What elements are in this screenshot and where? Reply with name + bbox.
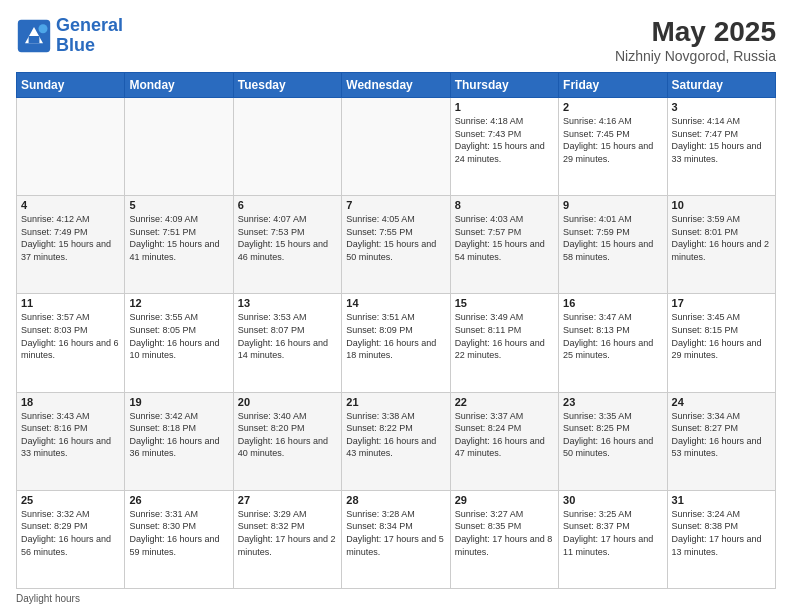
table-row: 17 Sunrise: 3:45 AMSunset: 8:15 PMDaylig… bbox=[667, 294, 775, 392]
logo-text: General Blue bbox=[56, 16, 123, 56]
day-info: Sunrise: 3:40 AMSunset: 8:20 PMDaylight:… bbox=[238, 410, 337, 460]
day-number: 2 bbox=[563, 101, 662, 113]
header: General Blue May 2025 Nizhniy Novgorod, … bbox=[16, 16, 776, 64]
day-info: Sunrise: 3:27 AMSunset: 8:35 PMDaylight:… bbox=[455, 508, 554, 558]
logo-line1: General bbox=[56, 15, 123, 35]
day-number: 13 bbox=[238, 297, 337, 309]
calendar-week-2: 4 Sunrise: 4:12 AMSunset: 7:49 PMDayligh… bbox=[17, 196, 776, 294]
day-info: Sunrise: 4:14 AMSunset: 7:47 PMDaylight:… bbox=[672, 115, 771, 165]
table-row: 8 Sunrise: 4:03 AMSunset: 7:57 PMDayligh… bbox=[450, 196, 558, 294]
day-number: 31 bbox=[672, 494, 771, 506]
day-number: 5 bbox=[129, 199, 228, 211]
table-row: 16 Sunrise: 3:47 AMSunset: 8:13 PMDaylig… bbox=[559, 294, 667, 392]
day-number: 18 bbox=[21, 396, 120, 408]
day-number: 17 bbox=[672, 297, 771, 309]
calendar-week-3: 11 Sunrise: 3:57 AMSunset: 8:03 PMDaylig… bbox=[17, 294, 776, 392]
table-row: 25 Sunrise: 3:32 AMSunset: 8:29 PMDaylig… bbox=[17, 490, 125, 588]
day-info: Sunrise: 3:59 AMSunset: 8:01 PMDaylight:… bbox=[672, 213, 771, 263]
table-row: 7 Sunrise: 4:05 AMSunset: 7:55 PMDayligh… bbox=[342, 196, 450, 294]
col-friday: Friday bbox=[559, 73, 667, 98]
day-info: Sunrise: 4:03 AMSunset: 7:57 PMDaylight:… bbox=[455, 213, 554, 263]
table-row: 14 Sunrise: 3:51 AMSunset: 8:09 PMDaylig… bbox=[342, 294, 450, 392]
table-row: 12 Sunrise: 3:55 AMSunset: 8:05 PMDaylig… bbox=[125, 294, 233, 392]
day-number: 28 bbox=[346, 494, 445, 506]
day-info: Sunrise: 3:31 AMSunset: 8:30 PMDaylight:… bbox=[129, 508, 228, 558]
table-row: 4 Sunrise: 4:12 AMSunset: 7:49 PMDayligh… bbox=[17, 196, 125, 294]
table-row: 30 Sunrise: 3:25 AMSunset: 8:37 PMDaylig… bbox=[559, 490, 667, 588]
table-row bbox=[233, 98, 341, 196]
day-number: 14 bbox=[346, 297, 445, 309]
table-row bbox=[125, 98, 233, 196]
day-info: Sunrise: 3:49 AMSunset: 8:11 PMDaylight:… bbox=[455, 311, 554, 361]
day-number: 8 bbox=[455, 199, 554, 211]
col-wednesday: Wednesday bbox=[342, 73, 450, 98]
table-row: 21 Sunrise: 3:38 AMSunset: 8:22 PMDaylig… bbox=[342, 392, 450, 490]
day-number: 30 bbox=[563, 494, 662, 506]
calendar-week-4: 18 Sunrise: 3:43 AMSunset: 8:16 PMDaylig… bbox=[17, 392, 776, 490]
location: Nizhniy Novgorod, Russia bbox=[615, 48, 776, 64]
table-row: 15 Sunrise: 3:49 AMSunset: 8:11 PMDaylig… bbox=[450, 294, 558, 392]
table-row: 9 Sunrise: 4:01 AMSunset: 7:59 PMDayligh… bbox=[559, 196, 667, 294]
day-number: 20 bbox=[238, 396, 337, 408]
table-row: 23 Sunrise: 3:35 AMSunset: 8:25 PMDaylig… bbox=[559, 392, 667, 490]
calendar-week-5: 25 Sunrise: 3:32 AMSunset: 8:29 PMDaylig… bbox=[17, 490, 776, 588]
day-info: Sunrise: 4:01 AMSunset: 7:59 PMDaylight:… bbox=[563, 213, 662, 263]
table-row: 6 Sunrise: 4:07 AMSunset: 7:53 PMDayligh… bbox=[233, 196, 341, 294]
day-info: Sunrise: 3:45 AMSunset: 8:15 PMDaylight:… bbox=[672, 311, 771, 361]
day-number: 6 bbox=[238, 199, 337, 211]
table-row: 5 Sunrise: 4:09 AMSunset: 7:51 PMDayligh… bbox=[125, 196, 233, 294]
day-number: 1 bbox=[455, 101, 554, 113]
day-number: 19 bbox=[129, 396, 228, 408]
title-block: May 2025 Nizhniy Novgorod, Russia bbox=[615, 16, 776, 64]
day-info: Sunrise: 3:24 AMSunset: 8:38 PMDaylight:… bbox=[672, 508, 771, 558]
table-row: 27 Sunrise: 3:29 AMSunset: 8:32 PMDaylig… bbox=[233, 490, 341, 588]
logo: General Blue bbox=[16, 16, 123, 56]
table-row: 13 Sunrise: 3:53 AMSunset: 8:07 PMDaylig… bbox=[233, 294, 341, 392]
month-title: May 2025 bbox=[615, 16, 776, 48]
day-number: 9 bbox=[563, 199, 662, 211]
col-monday: Monday bbox=[125, 73, 233, 98]
day-number: 24 bbox=[672, 396, 771, 408]
day-info: Sunrise: 3:37 AMSunset: 8:24 PMDaylight:… bbox=[455, 410, 554, 460]
day-info: Sunrise: 3:25 AMSunset: 8:37 PMDaylight:… bbox=[563, 508, 662, 558]
day-number: 7 bbox=[346, 199, 445, 211]
day-info: Sunrise: 3:53 AMSunset: 8:07 PMDaylight:… bbox=[238, 311, 337, 361]
table-row: 24 Sunrise: 3:34 AMSunset: 8:27 PMDaylig… bbox=[667, 392, 775, 490]
svg-point-3 bbox=[39, 24, 48, 33]
day-number: 12 bbox=[129, 297, 228, 309]
day-number: 3 bbox=[672, 101, 771, 113]
day-info: Sunrise: 3:29 AMSunset: 8:32 PMDaylight:… bbox=[238, 508, 337, 558]
table-row: 18 Sunrise: 3:43 AMSunset: 8:16 PMDaylig… bbox=[17, 392, 125, 490]
col-sunday: Sunday bbox=[17, 73, 125, 98]
day-info: Sunrise: 3:55 AMSunset: 8:05 PMDaylight:… bbox=[129, 311, 228, 361]
col-saturday: Saturday bbox=[667, 73, 775, 98]
day-info: Sunrise: 4:12 AMSunset: 7:49 PMDaylight:… bbox=[21, 213, 120, 263]
day-info: Sunrise: 3:34 AMSunset: 8:27 PMDaylight:… bbox=[672, 410, 771, 460]
logo-line2: Blue bbox=[56, 35, 95, 55]
day-number: 27 bbox=[238, 494, 337, 506]
table-row: 3 Sunrise: 4:14 AMSunset: 7:47 PMDayligh… bbox=[667, 98, 775, 196]
table-row bbox=[342, 98, 450, 196]
day-info: Sunrise: 4:18 AMSunset: 7:43 PMDaylight:… bbox=[455, 115, 554, 165]
footer-note: Daylight hours bbox=[16, 593, 776, 604]
table-row: 2 Sunrise: 4:16 AMSunset: 7:45 PMDayligh… bbox=[559, 98, 667, 196]
svg-rect-2 bbox=[29, 36, 40, 43]
table-row: 28 Sunrise: 3:28 AMSunset: 8:34 PMDaylig… bbox=[342, 490, 450, 588]
day-info: Sunrise: 3:42 AMSunset: 8:18 PMDaylight:… bbox=[129, 410, 228, 460]
table-row: 1 Sunrise: 4:18 AMSunset: 7:43 PMDayligh… bbox=[450, 98, 558, 196]
day-info: Sunrise: 3:35 AMSunset: 8:25 PMDaylight:… bbox=[563, 410, 662, 460]
logo-icon bbox=[16, 18, 52, 54]
calendar-header-row: Sunday Monday Tuesday Wednesday Thursday… bbox=[17, 73, 776, 98]
table-row: 29 Sunrise: 3:27 AMSunset: 8:35 PMDaylig… bbox=[450, 490, 558, 588]
day-number: 23 bbox=[563, 396, 662, 408]
table-row: 22 Sunrise: 3:37 AMSunset: 8:24 PMDaylig… bbox=[450, 392, 558, 490]
day-number: 4 bbox=[21, 199, 120, 211]
calendar-week-1: 1 Sunrise: 4:18 AMSunset: 7:43 PMDayligh… bbox=[17, 98, 776, 196]
table-row: 10 Sunrise: 3:59 AMSunset: 8:01 PMDaylig… bbox=[667, 196, 775, 294]
day-number: 22 bbox=[455, 396, 554, 408]
day-info: Sunrise: 3:47 AMSunset: 8:13 PMDaylight:… bbox=[563, 311, 662, 361]
day-info: Sunrise: 4:16 AMSunset: 7:45 PMDaylight:… bbox=[563, 115, 662, 165]
table-row: 19 Sunrise: 3:42 AMSunset: 8:18 PMDaylig… bbox=[125, 392, 233, 490]
day-info: Sunrise: 4:07 AMSunset: 7:53 PMDaylight:… bbox=[238, 213, 337, 263]
day-number: 29 bbox=[455, 494, 554, 506]
